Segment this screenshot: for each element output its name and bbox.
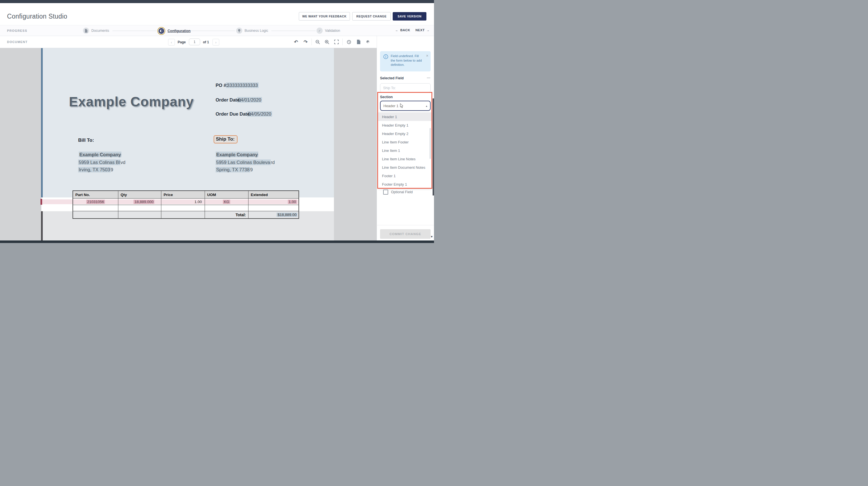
toolbar-divider [311, 38, 312, 45]
step-label: Documents [91, 29, 109, 33]
chevron-up-icon: ▴ [426, 104, 427, 108]
progress-step-configuration[interactable]: Configuration [157, 27, 191, 35]
optional-field-checkbox[interactable] [383, 190, 388, 195]
table-cell-price: 1.00 [161, 199, 205, 205]
dropdown-option[interactable]: Footer 1 [378, 172, 431, 180]
dropdown-option[interactable]: Header Empty 2 [378, 130, 431, 138]
table-cell-partno: 21031056 [73, 199, 118, 205]
dropdown-option[interactable]: Header 1 [378, 113, 431, 121]
close-icon[interactable]: × [426, 53, 428, 58]
file-icon[interactable] [355, 38, 362, 46]
dropdown-option[interactable]: Line Item Footer [378, 138, 431, 146]
optional-field-row: Optional Field [383, 190, 413, 195]
bill-to-label: Bill To: [78, 138, 94, 143]
dropdown-option[interactable]: Footer Empty 1 [378, 180, 431, 189]
commit-change-button[interactable]: COMMIT CHANGE [380, 229, 431, 239]
step-label: Configuration [167, 29, 191, 33]
po-number-field[interactable]: PO #:333333333333 [216, 83, 258, 88]
header-section-overlay [41, 48, 334, 197]
po-value[interactable]: 333333333333 [226, 82, 258, 88]
zoom-in-icon[interactable] [323, 38, 331, 46]
optional-field-label: Optional Field [391, 190, 413, 194]
ship-to-address1[interactable]: 5959 Las Colinas Boulevard [216, 158, 275, 166]
zoom-out-icon[interactable] [314, 38, 321, 46]
table-cell-uom: KG [205, 199, 248, 205]
ship-to-address2[interactable]: Spring, TX 77389 [216, 166, 253, 174]
total-label: Total: [205, 211, 248, 218]
mouse-cursor-icon [400, 104, 404, 108]
undo-icon[interactable]: ↶ [292, 38, 300, 46]
progress-step-documents[interactable]: Documents [83, 28, 109, 34]
ship-to-company[interactable]: Example Company [216, 150, 258, 158]
table-cell-empty [161, 211, 205, 218]
qty-value[interactable]: 18,889.000 [133, 200, 154, 204]
dropdown-option[interactable]: Header Empty 1 [378, 121, 431, 130]
extended-value[interactable]: 1.00 [288, 200, 297, 204]
app-header: Configuration Studio WE WANT YOUR FEEDBA… [0, 3, 434, 25]
prev-page-button[interactable]: ‹ [168, 39, 175, 46]
header-section-edge-bar [41, 48, 43, 197]
back-button[interactable]: ← BACK [395, 28, 410, 32]
ship-to-selected-field[interactable]: Ship To: [214, 135, 238, 143]
price-value[interactable]: 1.00 [194, 200, 202, 204]
settings-gear-icon[interactable] [364, 38, 372, 46]
panel-footer-divider [377, 225, 434, 225]
progress-bar: PROGRESS Documents Configuration Busines… [0, 25, 434, 36]
dropdown-scrollbar[interactable] [430, 128, 431, 159]
document-label: DOCUMENT [7, 40, 28, 44]
window-bottom-bar [0, 240, 434, 243]
back-label: BACK [400, 28, 410, 32]
business-logic-icon [236, 28, 242, 34]
ship-to-label: Ship To: [216, 136, 235, 142]
table-cell-empty [248, 205, 299, 211]
save-version-button[interactable]: SAVE VERSION [393, 12, 426, 21]
next-button[interactable]: NEXT → [415, 28, 430, 32]
window-top-bar [0, 0, 434, 3]
next-page-button[interactable]: › [213, 39, 219, 46]
documents-icon [83, 28, 89, 34]
dropdown-option[interactable]: Line Item 1 [378, 146, 431, 155]
back-arrow-icon: ← [395, 28, 399, 32]
section-select[interactable]: Header 1 ▴ [380, 101, 431, 111]
total-value[interactable]: $18,889.00 [277, 212, 298, 217]
request-change-button[interactable]: REQUEST CHANGE [352, 12, 391, 21]
app-window: Configuration Studio WE WANT YOUR FEEDBA… [0, 0, 434, 243]
step-connector [113, 31, 157, 31]
configuration-icon [157, 27, 165, 35]
uom-value[interactable]: KG [223, 200, 230, 204]
table-cell-empty [161, 205, 205, 211]
table-cell-empty [73, 205, 118, 211]
progress-step-validation[interactable]: ✓ Validation [316, 28, 340, 34]
redo-icon[interactable]: ↷ [302, 38, 309, 46]
next-label: NEXT [415, 28, 425, 32]
table-header-cell: Extended [248, 191, 299, 199]
order-date-field[interactable]: Order Date:04/01/2020 [216, 97, 262, 103]
history-icon[interactable] [345, 38, 352, 46]
progress-step-business-logic[interactable]: Business Logic [236, 28, 268, 34]
feedback-button[interactable]: WE WANT YOUR FEEDBACK [299, 12, 350, 21]
document-toolbar: DOCUMENT ‹ Page of 1 › ↶ ↷ ‹ FIELD CONF [0, 36, 434, 48]
page-number-input[interactable] [189, 38, 200, 45]
dropdown-option[interactable]: Line Item Document Notes [378, 163, 431, 172]
line-items-table: Part No. Qty Price UOM Extended 21031056… [72, 191, 299, 219]
section-select-value: Header 1 [383, 104, 398, 108]
order-due-date-field[interactable]: Order Due Date:04/05/2020 [216, 111, 272, 117]
order-due-date-label: Order Due Date: [216, 111, 251, 116]
bill-to-address2[interactable]: Irving, TX 75039 [78, 166, 113, 174]
order-date-label: Order Date: [216, 97, 241, 103]
progress-label: PROGRESS [7, 29, 27, 32]
selected-field-input[interactable] [380, 83, 431, 92]
panel-scrollbar-thumb[interactable] [433, 98, 434, 196]
selected-field-label: Selected Field [380, 76, 404, 80]
more-menu-icon[interactable]: ⋯ [427, 76, 431, 80]
bill-to-company[interactable]: Example Company [79, 150, 121, 158]
bill-to-address1[interactable]: 5959 Las Colinas Blvd [78, 158, 125, 166]
scroll-down-icon[interactable]: ▼ [430, 235, 433, 238]
step-label: Business Logic [245, 29, 268, 33]
toolbar-divider [342, 38, 343, 45]
fullscreen-icon[interactable] [333, 38, 340, 46]
info-alert: Field undefined. Fill the form below to … [380, 51, 431, 72]
company-logo-text: Example Company [69, 94, 194, 109]
dropdown-option[interactable]: Line Item Line Notes [378, 155, 431, 163]
part-no-value[interactable]: 21031056 [86, 200, 105, 204]
